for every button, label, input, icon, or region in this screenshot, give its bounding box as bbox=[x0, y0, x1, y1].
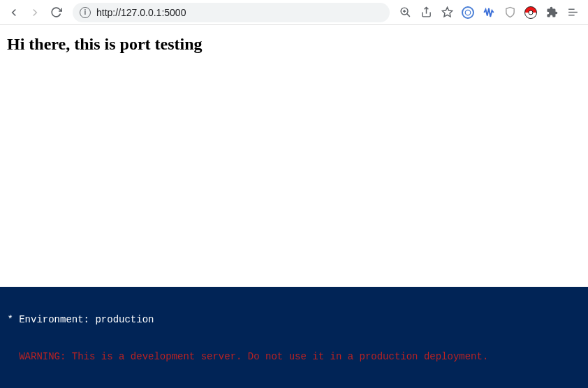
share-icon[interactable] bbox=[419, 6, 433, 20]
terminal-pane[interactable]: * Environment: production WARNING: This … bbox=[0, 287, 588, 388]
svg-line-1 bbox=[406, 14, 409, 17]
back-button[interactable] bbox=[6, 4, 22, 21]
browser-toolbar: i http://127.0.0.1:5000 bbox=[0, 0, 588, 25]
reload-button[interactable] bbox=[47, 4, 64, 21]
svg-marker-5 bbox=[442, 7, 452, 16]
extension-pokeball-icon[interactable] bbox=[524, 6, 538, 20]
site-info-icon[interactable]: i bbox=[80, 7, 91, 18]
bookmark-star-icon[interactable] bbox=[440, 6, 454, 20]
forward-button[interactable] bbox=[27, 4, 43, 21]
url-text: http://127.0.0.1:5000 bbox=[96, 7, 383, 18]
zoom-icon[interactable] bbox=[398, 6, 412, 20]
extensions-puzzle-icon[interactable] bbox=[545, 6, 559, 20]
svg-point-6 bbox=[465, 10, 471, 15]
page-heading: Hi there, this is port testing bbox=[7, 35, 581, 54]
extension-shield-icon[interactable] bbox=[503, 6, 517, 20]
extension-globe-icon[interactable] bbox=[461, 6, 475, 20]
address-bar[interactable]: i http://127.0.0.1:5000 bbox=[73, 3, 390, 22]
terminal-warning-line: WARNING: This is a development server. D… bbox=[1, 351, 587, 364]
terminal-line: * Environment: production bbox=[1, 314, 587, 327]
reading-list-icon[interactable] bbox=[566, 6, 580, 20]
toolbar-actions bbox=[398, 6, 582, 20]
extension-wave-icon[interactable] bbox=[482, 6, 496, 20]
page-content: Hi there, this is port testing bbox=[0, 25, 588, 287]
